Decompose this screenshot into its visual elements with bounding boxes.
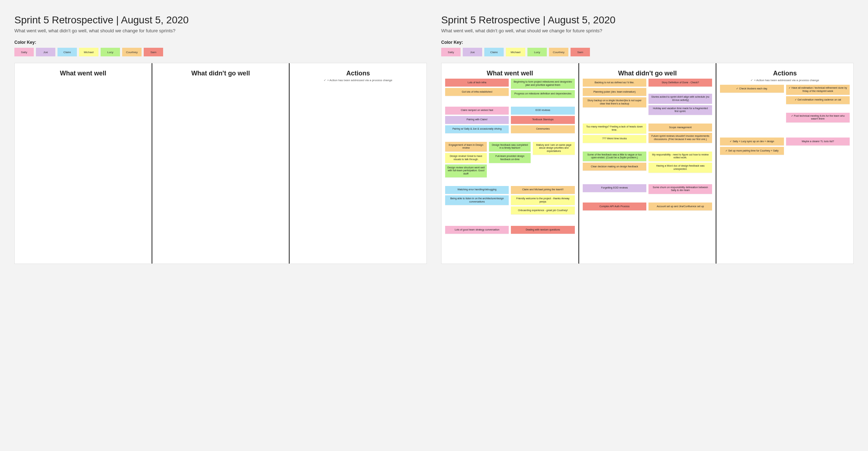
sticky-note[interactable]: Watching error handling/debugging [445, 186, 509, 194]
sticky-note[interactable]: Future sprint reviews shouldn't involve … [648, 133, 712, 143]
sticky-note[interactable]: Maybe a clearer TL todo list? [786, 138, 850, 145]
column-went-well[interactable]: What went well Lots of tech infra Got lo… [442, 63, 578, 264]
sticky-note[interactable]: Too many meetings? Feeling a lack of hea… [583, 124, 646, 134]
sticky-note[interactable]: Textbook Standups [511, 116, 574, 124]
sticky-note[interactable]: Forgetting EOD reviews [583, 184, 646, 192]
swatch-lucy: Lucy [101, 48, 120, 56]
sticky-note[interactable]: ✓ Post technical meeting tl;drs for the … [786, 113, 850, 123]
sticky-note[interactable]: Story backup on a single blocker/jira is… [583, 97, 646, 107]
swatch-courtney: Courtney [122, 48, 142, 56]
column-didnt-go-well[interactable]: What didn't go well [152, 63, 289, 264]
sticky-note[interactable]: Progress on milestone definition and dep… [511, 90, 574, 98]
sticky-note[interactable]: Some churn on responsibility delineation… [648, 184, 712, 194]
sticky-note[interactable]: Design feedback was completed in a timel… [489, 142, 531, 152]
sticky-note[interactable]: Backlog is not as defined as I'd like. [583, 79, 646, 87]
color-key: Sally Joe Claire Michael Lucy Courtney S… [14, 48, 427, 56]
retro-grid[interactable]: What went well What didn't go well Actio… [14, 63, 427, 264]
sticky-note[interactable]: Beginning to form project milestones and… [511, 79, 574, 89]
sticky-note[interactable]: Design review! Great to have visuals to … [445, 153, 487, 163]
sticky-note[interactable]: Account set up and Jira/Confluence set u… [648, 203, 712, 210]
sticky-note[interactable]: ✓ Check blockers each day. [720, 85, 784, 93]
color-key-label: Color Key: [14, 40, 427, 45]
color-key: Sally Joe Claire Michael Lucy Courtney S… [441, 48, 854, 56]
swatch-claire: Claire [57, 48, 77, 56]
column-actions[interactable]: Actions ✓ = Action has been addressed vi… [716, 63, 853, 264]
sticky-note[interactable]: Ceremonies [511, 125, 574, 133]
sticky-note[interactable]: Design review structure went well with f… [445, 164, 487, 177]
swatch-courtney: Courtney [549, 48, 568, 56]
column-actions[interactable]: Actions ✓ = Action has been addressed vi… [289, 63, 426, 264]
sticky-note[interactable]: Planning poker (dev. team estimation) [583, 88, 646, 96]
sticky-note[interactable]: Onboarding experience - great job Courtn… [511, 206, 574, 214]
column-header: What went well [445, 70, 575, 77]
board-subtitle: What went well, what didn't go well, wha… [14, 28, 427, 33]
swatch-sam: Sam [144, 48, 163, 56]
retro-board-filled: Sprint 5 Retrospective | August 5, 2020 … [441, 14, 854, 264]
swatch-lucy: Lucy [527, 48, 547, 56]
board-title: Sprint 5 Retrospective | August 5, 2020 [441, 14, 854, 26]
sticky-note[interactable]: Lots of tech infra [445, 79, 509, 87]
sticky-note[interactable]: ??? Weird time blocks [583, 135, 646, 143]
actions-subtext: ✓ = Action has been addressed via a proc… [293, 79, 423, 82]
sticky-note[interactable]: Stories added to sprint didn't align wit… [648, 94, 712, 104]
sticky-note[interactable]: Mallory and I are on same page about des… [533, 142, 574, 155]
swatch-michael: Michael [79, 48, 98, 56]
sticky-note[interactable]: ✓ Sally + Lucy sync up on dev + design [720, 138, 784, 145]
column-header: Actions [293, 70, 423, 77]
sticky-note[interactable]: Holiday and vacation time made for a fra… [648, 105, 712, 115]
board-subtitle: What went well, what didn't go well, wha… [441, 28, 854, 33]
swatch-joe: Joe [36, 48, 55, 56]
sticky-note[interactable]: ✓ Get estimation meeting cadence on cal [786, 96, 850, 104]
sticky-note[interactable]: My responsibility - need to figure out h… [648, 152, 712, 162]
sticky-note[interactable]: Got lots of infra established [445, 88, 509, 96]
swatch-sally: Sally [441, 48, 461, 56]
retro-grid[interactable]: What went well Lots of tech infra Got lo… [441, 63, 854, 264]
sticky-note[interactable]: Story Definition of Done - Check? [648, 79, 712, 87]
swatch-michael: Michael [506, 48, 525, 56]
column-header: Actions [720, 70, 850, 77]
column-header: What didn't go well [156, 70, 286, 77]
actions-subtext: ✓ = Action has been addressed via a proc… [720, 79, 850, 82]
color-key-label: Color Key: [441, 40, 854, 45]
sticky-note[interactable]: Complex API Auth Process [583, 203, 646, 210]
sticky-note[interactable]: Pairing with Claire! [445, 116, 509, 124]
column-header: What went well [18, 70, 148, 77]
swatch-sam: Sam [571, 48, 590, 56]
sticky-note[interactable]: Some of the feedback was a little to vag… [583, 152, 646, 162]
sticky-note[interactable]: Dealing with random questions [511, 226, 574, 234]
retro-board-empty: Sprint 5 Retrospective | August 5, 2020 … [14, 14, 427, 264]
sticky-note[interactable]: Claire ramped on wicked fast [445, 107, 509, 115]
column-didnt-go-well[interactable]: What didn't go well Backlog is not as de… [578, 63, 716, 264]
sticky-note[interactable]: Scope management [648, 124, 712, 131]
sticky-note[interactable]: Pairing w/ Sally & Joe & occasionally dr… [445, 125, 509, 133]
sticky-note[interactable]: Being able to listen in on the architect… [445, 195, 509, 205]
swatch-joe: Joe [463, 48, 482, 56]
sticky-note[interactable]: Having a Word doc of design feedback was… [648, 163, 712, 173]
sticky-note[interactable]: Lots of good team strategy conversation [445, 226, 509, 234]
board-title: Sprint 5 Retrospective | August 5, 2020 [14, 14, 427, 26]
sticky-note[interactable]: ✓ Set up more pairing time for Courtney … [720, 147, 784, 155]
column-header: What didn't go well [583, 70, 712, 77]
sticky-note[interactable]: Full-team provided design feedback on-ti… [489, 153, 531, 163]
swatch-claire: Claire [484, 48, 504, 56]
sticky-note[interactable]: ✓ Have all estimation / technical refine… [786, 85, 850, 95]
column-went-well[interactable]: What went well [15, 63, 152, 264]
sticky-note[interactable]: Engagement of team in Design review [445, 142, 487, 152]
sticky-note[interactable]: Friendly welcome to the project - thanks… [511, 195, 574, 205]
swatch-sally: Sally [14, 48, 34, 56]
sticky-note[interactable]: Clear decision making on design feedback [583, 163, 646, 171]
sticky-note[interactable]: EOD reviews [511, 107, 574, 115]
sticky-note[interactable]: Claire and Michael joining the team!!! [511, 186, 574, 194]
